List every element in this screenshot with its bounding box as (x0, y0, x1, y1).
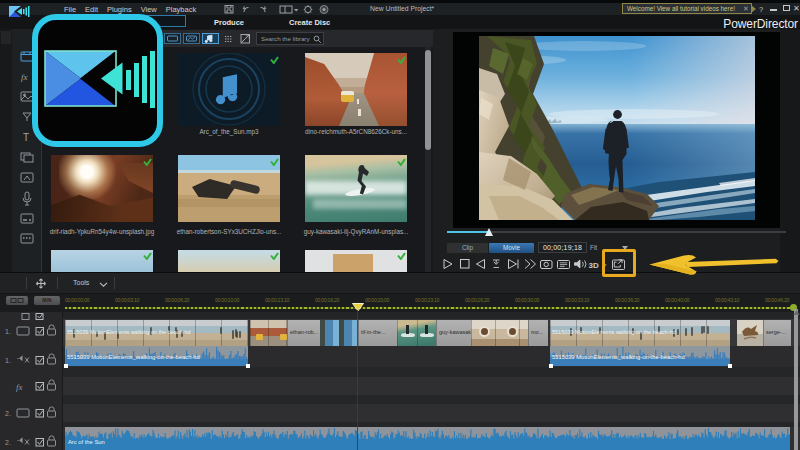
svg-text:fx: fx (21, 72, 28, 82)
svg-text:fx: fx (16, 382, 23, 392)
svg-text:3D: 3D (589, 261, 599, 270)
svg-text:1.: 1. (5, 357, 11, 364)
svg-text:T: T (23, 132, 29, 143)
svg-text:2.: 2. (5, 439, 11, 446)
svg-text:1.: 1. (5, 328, 11, 335)
svg-text:2.: 2. (5, 410, 11, 417)
